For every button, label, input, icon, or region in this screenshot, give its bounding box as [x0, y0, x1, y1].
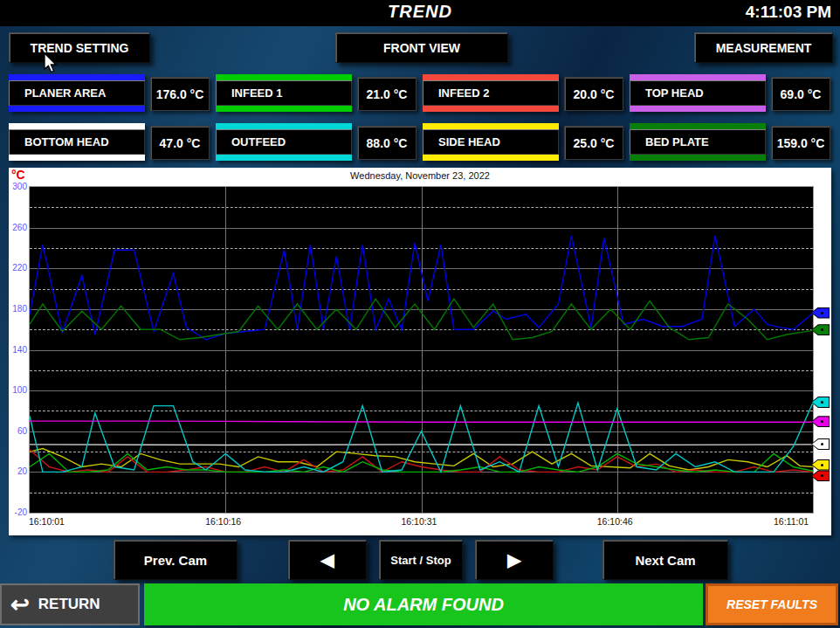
channel-color-stripe [423, 123, 559, 129]
channel-value: 25.0 °C [564, 126, 623, 160]
return-arrow-icon: ↩ [10, 593, 30, 616]
start-stop-button[interactable]: Start / Stop [379, 540, 463, 580]
trend-lines [30, 187, 813, 513]
y-tick-label: 100 [10, 385, 27, 395]
prev-cam-button[interactable]: Prev. Cam [114, 540, 238, 580]
channel-value: 159.0 °C [771, 126, 830, 160]
series-marker [811, 470, 830, 481]
channel-color-stripe [216, 74, 352, 80]
chart-date-title: Wednesday, November 23, 2022 [9, 170, 831, 181]
series-marker [811, 324, 830, 335]
channel-label-button[interactable]: TOP HEAD [630, 74, 766, 112]
return-label: RETURN [38, 596, 100, 613]
channel-label-button[interactable]: BOTTOM HEAD [9, 123, 145, 161]
return-button[interactable]: ↩ RETURN [0, 583, 140, 625]
trend-chart-panel: °C Wednesday, November 23, 2022 30026022… [9, 168, 831, 535]
alarm-status-banner: NO ALARM FOUND [144, 583, 703, 625]
channel-color-stripe [423, 155, 559, 161]
channel-color-stripe [423, 106, 559, 112]
y-tick-label: 60 [10, 426, 27, 436]
channel-name: BED PLATE [630, 129, 766, 155]
x-tick-label: 16:10:01 [29, 516, 65, 527]
x-tick-label: 16:10:31 [402, 516, 437, 527]
channel-color-stripe [216, 155, 352, 161]
trend-setting-button[interactable]: TREND SETTING [9, 32, 150, 63]
channel-value: 21.0 °C [357, 77, 417, 111]
channel-color-stripe [630, 155, 766, 161]
clock: 4:11:03 PM [746, 3, 831, 22]
trend-screen: TREND 4:11:03 PM TREND SETTING FRONT VIE… [0, 0, 840, 628]
series-marker [811, 438, 830, 450]
x-tick-label: 16:10:46 [597, 516, 633, 527]
channel-color-stripe [630, 74, 766, 80]
channel-color-stripe [9, 155, 145, 161]
channel-name: PLANER AREA [9, 80, 145, 106]
y-tick-label: 260 [10, 223, 27, 232]
x-tick-label: 16:11:01 [774, 516, 809, 527]
channel-color-stripe [630, 123, 766, 129]
scroll-left-button[interactable]: ◀ [288, 540, 367, 580]
channel-color-stripe [216, 106, 352, 112]
series-marker [811, 307, 830, 319]
page-title: TREND [0, 2, 840, 22]
channel-name: TOP HEAD [630, 80, 766, 106]
channel-value: 20.0 °C [564, 77, 623, 111]
series-marker [811, 416, 830, 427]
y-tick-label: 140 [10, 345, 27, 355]
y-tick-label: -20 [10, 507, 27, 517]
x-tick-label: 16:10:16 [205, 516, 241, 527]
channel-label-button[interactable]: INFEED 2 [423, 74, 559, 112]
channel-value: 47.0 °C [150, 126, 210, 160]
channel-label-button[interactable]: BED PLATE [630, 123, 766, 161]
reset-faults-button[interactable]: RESET FAULTS [706, 583, 838, 625]
front-view-button[interactable]: FRONT VIEW [335, 32, 508, 63]
title-bar: TREND 4:11:03 PM [0, 0, 840, 26]
channel-label-button[interactable]: PLANER AREA [9, 74, 145, 112]
channel-name: SIDE HEAD [423, 129, 559, 155]
channel-name: BOTTOM HEAD [9, 129, 145, 155]
series-marker [811, 459, 830, 471]
channel-color-stripe [9, 74, 145, 80]
y-tick-label: 20 [10, 466, 27, 476]
channel-color-stripe [423, 74, 559, 80]
channel-label-button[interactable]: OUTFEED [216, 123, 352, 161]
channel-name: INFEED 2 [423, 80, 559, 106]
next-cam-button[interactable]: Next Cam [602, 540, 728, 580]
channel-color-stripe [9, 123, 145, 129]
plot-area [29, 186, 814, 514]
trend-line [30, 403, 813, 472]
trend-line [30, 236, 813, 340]
channel-color-stripe [216, 123, 352, 129]
trend-line [30, 421, 813, 422]
channel-value: 88.0 °C [357, 126, 417, 160]
y-tick-label: 180 [10, 304, 27, 314]
y-tick-label: 300 [10, 182, 27, 191]
channel-label-button[interactable]: SIDE HEAD [423, 123, 559, 161]
scroll-right-button[interactable]: ▶ [475, 540, 554, 580]
trend-line [30, 445, 813, 445]
channel-value: 176.0 °C [150, 77, 210, 111]
channel-label-button[interactable]: INFEED 1 [216, 74, 352, 112]
channel-color-stripe [9, 106, 145, 112]
measurement-button[interactable]: MEASUREMENT [694, 32, 833, 63]
series-marker [811, 397, 830, 408]
channel-color-stripe [630, 106, 766, 112]
channel-name: INFEED 1 [216, 80, 352, 106]
channel-value: 69.0 °C [771, 77, 830, 111]
y-tick-label: 220 [10, 263, 27, 273]
channel-name: OUTFEED [216, 129, 352, 155]
